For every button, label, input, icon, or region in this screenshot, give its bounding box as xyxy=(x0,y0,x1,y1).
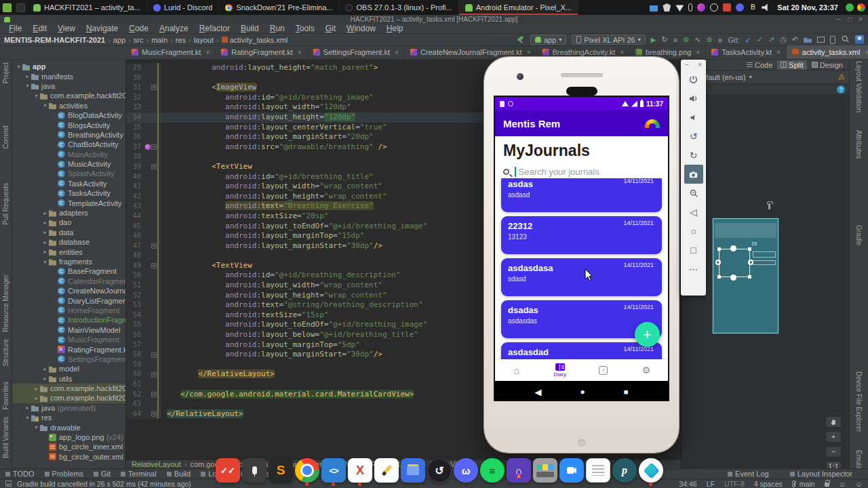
tree-item[interactable]: bg_circle_outer.xml xyxy=(12,452,125,462)
tool-strip-commit[interactable]: Commit xyxy=(2,125,9,148)
system-clock[interactable]: Sat 20 Nov, 23:37 xyxy=(777,3,838,12)
expand-arrow-icon[interactable]: ▾ xyxy=(15,64,22,70)
tree-item[interactable]: ▸com.example.hackfit2021 (androidTest) xyxy=(12,384,125,393)
close-tab-icon[interactable]: × xyxy=(527,49,531,56)
dock-headset-icon[interactable]: ∩ xyxy=(507,458,531,483)
tree-item[interactable]: RatingFragment.kt xyxy=(12,344,125,354)
rollback-icon[interactable]: ↶ xyxy=(792,35,798,44)
tool-window-event-log[interactable]: Event Log xyxy=(728,470,769,478)
menu-analyze[interactable]: Analyze xyxy=(155,24,193,33)
taskbar-window[interactable]: OBS 27.0.1-3 (linux) - Profi... xyxy=(339,0,458,15)
dock-pencil-icon[interactable] xyxy=(374,458,399,483)
tool-strip-layout-validation[interactable]: Layout Validation xyxy=(855,61,863,113)
journal-card[interactable]: 223121312314/11/2021 xyxy=(501,216,662,254)
expand-arrow-icon[interactable]: ▸ xyxy=(41,220,49,226)
editor-tab[interactable]: MusicFragment.kt× xyxy=(126,45,216,59)
zoom-in-button[interactable]: + xyxy=(825,431,842,443)
minimize-icon[interactable]: ─ xyxy=(836,16,841,23)
expand-arrow-icon[interactable]: ▾ xyxy=(24,83,31,89)
tree-item[interactable]: BlogsActivity xyxy=(12,120,125,129)
dock-zoom-app-icon[interactable] xyxy=(559,458,584,483)
tree-item[interactable]: ChatBotActivity xyxy=(12,140,125,149)
menu-navigate[interactable]: Navigate xyxy=(81,24,123,33)
fold-icon[interactable]: − xyxy=(151,392,157,397)
emulator-volume-down-button[interactable] xyxy=(684,108,703,127)
back-button[interactable]: ◀ xyxy=(535,387,542,397)
tree-item[interactable]: ▾fragments xyxy=(12,257,125,266)
taskbar-window[interactable]: Lurid - Discord xyxy=(147,0,220,15)
tool-window-todo[interactable]: TODO xyxy=(5,470,35,478)
tree-item[interactable]: ▾java xyxy=(12,81,125,91)
close-tab-icon[interactable]: × xyxy=(298,49,302,56)
tree-item[interactable]: ▸model xyxy=(12,364,125,373)
breadcrumb-item[interactable]: src xyxy=(134,36,144,44)
tree-item[interactable]: ▸database xyxy=(12,237,125,247)
tree-item[interactable]: DiaryListFragment xyxy=(12,296,125,305)
menu-code[interactable]: Code xyxy=(124,24,153,33)
tree-item[interactable]: ▸com.example.hackfit2021 (test) xyxy=(12,393,125,403)
debug-icon[interactable]: ⊚ xyxy=(683,35,689,44)
tool-strip-attributes[interactable]: Attributes xyxy=(855,130,863,159)
maximize-icon[interactable]: □ xyxy=(848,16,852,23)
editor-tab[interactable]: TasksActivity.kt× xyxy=(706,45,787,59)
breadcrumb-item[interactable]: layout xyxy=(194,36,214,44)
expand-arrow-icon[interactable]: ▸ xyxy=(41,239,49,245)
dock-todoist-icon[interactable]: ✓✓ xyxy=(216,458,240,483)
tree-item[interactable]: CalendarFragment xyxy=(12,277,125,286)
blueprint-textview-title[interactable] xyxy=(753,251,776,258)
expand-arrow-icon[interactable]: ▸ xyxy=(33,386,40,392)
nav-item-home[interactable]: ⌂ xyxy=(495,360,538,381)
fold-icon[interactable]: − xyxy=(151,144,157,150)
avd-icon[interactable] xyxy=(817,37,825,43)
nav-item-settings[interactable]: ⚙ xyxy=(625,360,668,381)
fold-icon[interactable]: − xyxy=(151,411,157,417)
gradient-app-tray-icon[interactable] xyxy=(697,3,705,12)
nav-item-music[interactable]: ♪ xyxy=(582,360,625,381)
menu-tools[interactable]: Tools xyxy=(291,24,319,33)
tree-item[interactable]: HomeFragment xyxy=(12,306,125,315)
dock-vscode-icon[interactable]: <> xyxy=(321,458,346,483)
emulator-rotate-left-button[interactable]: ↺ xyxy=(684,127,703,146)
tool-strip-structure[interactable]: Structure xyxy=(2,339,9,367)
memory-icon[interactable]: ☺ xyxy=(855,480,863,488)
close-tab-icon[interactable]: × xyxy=(620,49,624,56)
volume-tray-icon[interactable] xyxy=(762,3,770,12)
tree-item[interactable]: ▾res xyxy=(12,413,125,422)
tool-strip-project[interactable]: Project xyxy=(2,62,9,83)
dock-emulator-diamond-icon[interactable] xyxy=(639,458,663,483)
expand-arrow-icon[interactable]: ▸ xyxy=(24,73,31,79)
close-tab-icon[interactable]: × xyxy=(205,49,210,56)
bluetooth-tray-icon[interactable]: B xyxy=(749,3,757,12)
menu-build[interactable]: Build xyxy=(236,24,264,33)
coverage-icon[interactable]: ∿ xyxy=(694,35,701,44)
menu-file[interactable]: File xyxy=(4,24,26,33)
tool-window-terminal[interactable]: Terminal xyxy=(121,470,157,478)
tree-item[interactable]: ▸adapters xyxy=(12,208,125,218)
encoding[interactable]: UTF-8 xyxy=(724,480,745,488)
tree-item[interactable]: TaskActivity xyxy=(12,179,125,188)
tool-strip-gradle[interactable]: Gradle xyxy=(855,225,863,245)
breadcrumb-item[interactable]: main xyxy=(151,36,167,44)
workspace-grid-icon[interactable] xyxy=(0,0,14,15)
tree-item[interactable]: ▸java (generated) xyxy=(12,403,125,413)
dock-writer-x-icon[interactable]: X xyxy=(348,458,372,483)
git-commit-icon[interactable]: ✓ xyxy=(757,35,763,44)
launcher-dark-icon[interactable] xyxy=(14,0,27,15)
emulator-volume-up-button[interactable] xyxy=(684,89,703,108)
close-tab-icon[interactable]: × xyxy=(696,49,700,56)
search-icon[interactable] xyxy=(841,35,850,45)
tool-window-build[interactable]: Build xyxy=(167,470,191,478)
pan-button[interactable] xyxy=(825,416,842,428)
menu-run[interactable]: Run xyxy=(265,24,290,33)
expand-arrow-icon[interactable]: ▾ xyxy=(41,102,49,108)
taskbar-window[interactable]: Android Emulator - Pixel_X... xyxy=(459,0,578,15)
tree-item[interactable]: ▾com.example.hackfit2021 xyxy=(12,91,125,100)
tool-window-layout-inspector[interactable]: Layout Inspector xyxy=(790,470,852,478)
fold-icon[interactable]: − xyxy=(151,352,157,358)
fold-icon[interactable]: − xyxy=(151,243,157,249)
tree-item[interactable]: BlogDataActivity xyxy=(12,110,125,120)
tree-item[interactable]: SplashActivity xyxy=(12,169,125,178)
nav-item-diary[interactable]: Diary xyxy=(538,360,582,381)
tree-item[interactable]: MainActivity xyxy=(12,150,125,159)
apply-changes-icon[interactable]: ↻ xyxy=(661,35,667,44)
